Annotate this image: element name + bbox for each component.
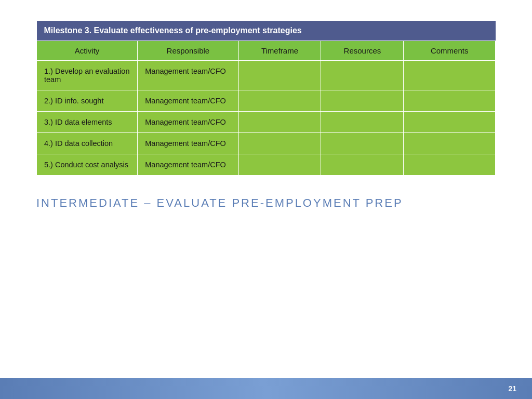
table-row: 2.) ID info. soughtManagement team/CFO — [37, 90, 496, 112]
col-header-comments: Comments — [404, 41, 496, 61]
slide-container: Milestone 3. Evaluate effectiveness of p… — [0, 0, 532, 399]
cell-resources-3 — [321, 133, 404, 154]
cell-activity-2: 3.) ID data elements — [37, 112, 138, 133]
table-row: 1.) Develop an evaluation teamManagement… — [37, 61, 496, 90]
page-number: 21 — [508, 384, 516, 393]
cell-comments-1 — [404, 90, 496, 112]
col-header-timeframe: Timeframe — [238, 41, 321, 61]
cell-timeframe-2 — [238, 112, 321, 133]
milestone-table: Milestone 3. Evaluate effectiveness of p… — [36, 21, 496, 176]
cell-timeframe-3 — [238, 133, 321, 154]
cell-comments-4 — [404, 154, 496, 176]
cell-timeframe-4 — [238, 154, 321, 176]
main-content: Milestone 3. Evaluate effectiveness of p… — [0, 0, 532, 378]
cell-resources-2 — [321, 112, 404, 133]
cell-timeframe-1 — [238, 90, 321, 112]
col-header-responsible: Responsible — [138, 41, 238, 61]
table-row: 5.) Conduct cost analysisManagement team… — [37, 154, 496, 176]
cell-activity-1: 2.) ID info. sought — [37, 90, 138, 112]
cell-responsible-4: Management team/CFO — [138, 154, 238, 176]
cell-responsible-0: Management team/CFO — [138, 61, 238, 90]
cell-activity-3: 4.) ID data collection — [37, 133, 138, 154]
col-header-resources: Resources — [321, 41, 404, 61]
cell-timeframe-0 — [238, 61, 321, 90]
cell-comments-2 — [404, 112, 496, 133]
cell-activity-0: 1.) Develop an evaluation team — [37, 61, 138, 90]
cell-responsible-1: Management team/CFO — [138, 90, 238, 112]
cell-resources-1 — [321, 90, 404, 112]
cell-comments-3 — [404, 133, 496, 154]
cell-comments-0 — [404, 61, 496, 90]
bottom-title: INTERMEDIATE – EVALUATE PRE-EMPLOYMENT P… — [36, 196, 496, 210]
milestone-header: Milestone 3. Evaluate effectiveness of p… — [37, 21, 496, 41]
cell-resources-4 — [321, 154, 404, 176]
footer: 21 — [0, 378, 532, 399]
col-header-activity: Activity — [37, 41, 138, 61]
cell-responsible-2: Management team/CFO — [138, 112, 238, 133]
cell-responsible-3: Management team/CFO — [138, 133, 238, 154]
cell-activity-4: 5.) Conduct cost analysis — [37, 154, 138, 176]
table-row: 4.) ID data collectionManagement team/CF… — [37, 133, 496, 154]
cell-resources-0 — [321, 61, 404, 90]
table-row: 3.) ID data elementsManagement team/CFO — [37, 112, 496, 133]
